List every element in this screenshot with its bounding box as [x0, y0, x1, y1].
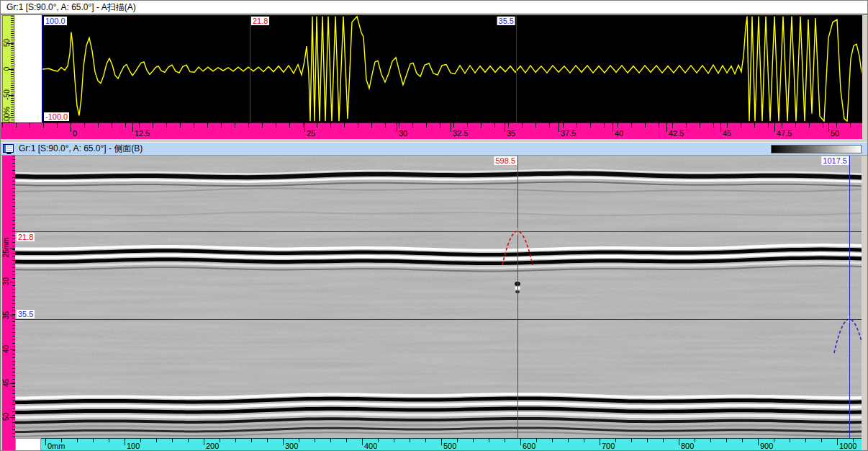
ruler-label: 30: [399, 129, 407, 138]
ascan-left-margin: [15, 15, 42, 122]
app-window: Gr:1 [S:90.0°, A: 65.0°] - A扫描(A) 500-50…: [0, 0, 868, 451]
bscan-image[interactable]: 598.5 1017.5 21.8 35.5: [15, 156, 862, 438]
ruler-label: 30: [2, 267, 10, 296]
ruler-label: 42.5: [669, 129, 684, 138]
ruler-tick: [10, 316, 15, 316]
ascan-x-ruler[interactable]: 012.5253032.53537.54042.54547.550: [1, 122, 862, 139]
ruler-label: 300: [285, 442, 298, 450]
bscan-blue-hcursor[interactable]: [15, 319, 862, 320]
ruler-tick: [600, 439, 600, 445]
grayscale-colorbar[interactable]: [771, 145, 862, 153]
ruler-label: 45: [723, 129, 731, 138]
ruler-label: 900: [760, 442, 773, 450]
ruler-label: 200: [206, 442, 219, 450]
ruler-label: 25: [307, 129, 315, 138]
ruler-tick: [10, 349, 15, 350]
bscan-title: Gr:1 [S:90.0°, A: 65.0°] - 侧面(B): [19, 143, 143, 155]
bscan-ruler-corner-pink: [2, 438, 15, 451]
ruler-tick: [362, 439, 363, 445]
ruler-label: 0mm: [48, 442, 65, 450]
ascan-blue-cursor[interactable]: [516, 16, 517, 122]
ruler-label: 35: [507, 129, 515, 138]
ruler-tick: [612, 123, 613, 132]
bscan-blue-vcursor-label[interactable]: 1017.5: [821, 156, 849, 165]
bscan-red-hcursor-label[interactable]: 21.8: [17, 233, 35, 241]
ascan-x-minor-ticks: [1, 123, 862, 128]
ruler-tick: [125, 439, 125, 445]
ruler-label: 50: [831, 129, 839, 138]
side-view-icon[interactable]: [3, 144, 15, 154]
ruler-tick: [304, 123, 305, 132]
bscan-x-ruler-scale: 0mm1002003004005006007008009001000: [41, 438, 862, 451]
bscan-x-ruler[interactable]: 0mm1002003004005006007008009001000: [1, 438, 862, 451]
bscan-render: [15, 156, 862, 438]
ruler-label: 50: [3, 29, 11, 58]
ascan-waveform: [42, 17, 862, 121]
ruler-label: 45: [2, 369, 10, 398]
ruler-label: 32.5: [453, 129, 468, 138]
ruler-tick: [397, 123, 397, 132]
ruler-label: 700: [602, 442, 615, 450]
ruler-label: 40: [2, 335, 10, 364]
ruler-tick: [837, 439, 838, 445]
ruler-label: 100: [127, 442, 140, 450]
ruler-tick: [10, 383, 15, 384]
ruler-tick: [774, 123, 775, 132]
ruler-label: 600: [523, 442, 535, 450]
ruler-label: 25mm: [2, 233, 10, 262]
ruler-tick: [283, 439, 284, 445]
bscan-red-vcursor-label[interactable]: 598.5: [494, 156, 517, 165]
ruler-tick: [758, 439, 759, 445]
ascan-red-cursor[interactable]: [250, 16, 250, 122]
ruler-tick: [132, 123, 133, 132]
bscan-blue-vcursor[interactable]: [849, 156, 850, 438]
ruler-tick: [666, 123, 667, 132]
ruler-tick: [441, 439, 442, 445]
ascan-blue-cursor-label[interactable]: 35.5: [497, 17, 515, 25]
ruler-label: 50: [2, 403, 10, 432]
ruler-label: 40: [615, 129, 623, 138]
ruler-label: 12.5: [135, 129, 150, 138]
ascan-waveform-svg: [42, 16, 862, 122]
ruler-label: 500: [443, 442, 456, 450]
bscan-blue-hcursor-label[interactable]: 35.5: [17, 310, 35, 318]
ruler-tick: [559, 123, 559, 132]
ruler-label: 47.5: [777, 129, 792, 138]
ruler-label: 800: [681, 442, 694, 450]
ruler-tick: [828, 123, 829, 132]
bscan-y-ruler[interactable]: 25mm3035404550: [2, 156, 15, 438]
ascan-plot[interactable]: 100.0 -100.0 21.8 35.5: [42, 15, 862, 122]
ruler-tick: [10, 417, 15, 418]
ruler-tick: [10, 282, 15, 282]
ruler-tick: [71, 123, 71, 132]
bscan-title-bar[interactable]: Gr:1 [S:90.0°, A: 65.0°] - 侧面(B): [1, 142, 868, 156]
ascan-title: Gr:1 [S:90.0°, A: 65.0°] - A扫描(A): [6, 1, 136, 14]
ascan-red-cursor-label[interactable]: 21.8: [251, 17, 269, 25]
ruler-tick: [505, 123, 505, 132]
ruler-tick: [520, 439, 521, 445]
ruler-label: 0: [3, 55, 11, 84]
ruler-tick: [204, 439, 204, 445]
ascan-amplitude-ruler[interactable]: 500-50-100%: [2, 15, 14, 122]
ruler-tick: [45, 439, 46, 445]
ruler-label: 400: [364, 442, 377, 450]
ascan-amp-min-label: -100.0: [44, 112, 69, 121]
ruler-tick: [720, 123, 721, 132]
ruler-label: 35: [2, 301, 10, 330]
bscan-band-line: [15, 174, 862, 178]
bscan-red-vcursor[interactable]: [517, 156, 518, 438]
ruler-tick: [451, 123, 451, 132]
bscan-ruler-corner-white: [15, 438, 41, 451]
ascan-amp-max-label: 100.0: [44, 17, 67, 25]
ruler-tick: [679, 439, 679, 445]
ruler-tick: [10, 248, 15, 249]
ruler-label: 1000: [839, 442, 856, 450]
ruler-label: 37.5: [561, 129, 576, 138]
ruler-label: 0: [73, 129, 77, 138]
ascan-title-bar[interactable]: Gr:1 [S:90.0°, A: 65.0°] - A扫描(A): [1, 1, 868, 14]
bscan-red-hcursor[interactable]: [15, 231, 862, 232]
